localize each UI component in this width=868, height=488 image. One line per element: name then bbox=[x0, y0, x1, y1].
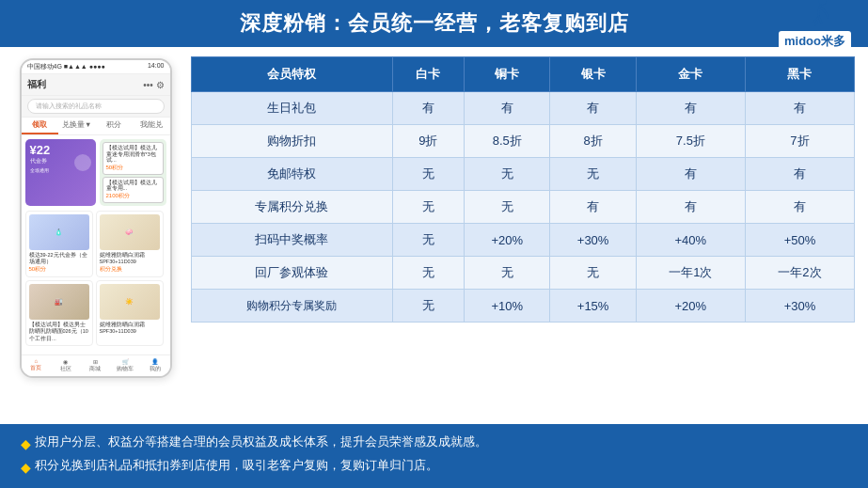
table-cell-value: 无 bbox=[392, 257, 464, 290]
col-header-gold: 金卡 bbox=[636, 57, 745, 92]
product-name-4: 妮维雅防晒白润霜SPF30+11D039 bbox=[100, 322, 160, 335]
table-cell-value: 无 bbox=[465, 158, 550, 191]
table-header-row: 会员特权 白卡 铜卡 银卡 金卡 黑卡 bbox=[192, 57, 855, 92]
table-cell-value: +15% bbox=[550, 290, 636, 323]
phone-bottom-cart[interactable]: 🛒购物车 bbox=[110, 355, 140, 376]
product-item-1[interactable]: 🧴 模达39-22元代金券（全场通用） 50积分 bbox=[25, 211, 93, 277]
footer-text-1: 按用户分层、权益分等搭建合理的会员权益及成长体系，提升会员荣誉感及成就感。 bbox=[35, 433, 487, 452]
product-item-3[interactable]: 🏭 【模达试用】模达男士防晒乳防晒面026元（10个工作日… bbox=[25, 280, 93, 345]
coupon-item-2[interactable]: 【模达试用】模达儿童专用... 2100积分 bbox=[103, 177, 164, 203]
product-img-3: 🏭 bbox=[29, 284, 89, 320]
header-title: 深度粉销：会员统一经营，老客复购到店 bbox=[240, 11, 629, 35]
table-row: 生日礼包有有有有有 bbox=[192, 92, 855, 125]
col-header-white: 白卡 bbox=[392, 57, 464, 92]
table-cell-value: 8.5折 bbox=[465, 125, 550, 158]
table-cell-feature: 专属积分兑换 bbox=[192, 191, 393, 224]
table-cell-value: +20% bbox=[636, 290, 745, 323]
phone-tab-claim[interactable]: 领取 bbox=[22, 118, 59, 134]
table-row: 购物积分专属奖励无+10%+15%+20%+30% bbox=[192, 290, 855, 323]
product-name-2: 妮维雅防晒白润霜SPF30+11D039 bbox=[100, 252, 160, 265]
footer-bullet-1: ◆ bbox=[21, 433, 31, 456]
table-row: 购物折扣9折8.5折8折7.5折7折 bbox=[192, 125, 855, 158]
table-cell-value: +10% bbox=[465, 290, 550, 323]
phone-bottom-nav: ⌂首页 ◉社区 ⊞商城 🛒购物车 👤我的 bbox=[22, 354, 170, 376]
table-cell-value: 无 bbox=[550, 158, 636, 191]
table-cell-value: 无 bbox=[550, 257, 636, 290]
table-cell-value: 8折 bbox=[550, 125, 636, 158]
table-cell-value: 有 bbox=[636, 191, 745, 224]
product-item-2[interactable]: 🧼 妮维雅防晒白润霜SPF30+11D039 积分兑换 bbox=[96, 211, 164, 277]
phone-tabs: 领取 兑换量▼ 积分 我能兑 bbox=[22, 118, 170, 135]
table-cell-value: 无 bbox=[392, 224, 464, 257]
svg-point-0 bbox=[818, 0, 826, 5]
phone-tab-points[interactable]: 积分 bbox=[96, 118, 134, 134]
product-img-4: ☀️ bbox=[100, 284, 160, 320]
header: 深度粉销：会员统一经营，老客复购到店 midoo米多 bbox=[0, 0, 868, 47]
table-cell-value: 有 bbox=[636, 158, 745, 191]
product-points-1: 50积分 bbox=[29, 265, 89, 274]
col-header-feature: 会员特权 bbox=[192, 57, 393, 92]
table-cell-value: 无 bbox=[465, 257, 550, 290]
phone-nav-title: 福利 bbox=[27, 78, 46, 91]
table-cell-value: 有 bbox=[550, 92, 636, 125]
table-cell-value: 无 bbox=[392, 158, 464, 191]
phone-status-bar: 中国移动4G ■▲▲▲ ●●●● 14:00 bbox=[22, 60, 170, 74]
table-cell-feature: 购物折扣 bbox=[192, 125, 393, 158]
phone-nav-bar: 福利 ••• ⚙ bbox=[22, 74, 170, 96]
product-item-4[interactable]: ☀️ 妮维雅防晒白润霜SPF30+11D039 bbox=[96, 280, 164, 345]
table-cell-value: 无 bbox=[392, 191, 464, 224]
table-cell-value: 有 bbox=[550, 191, 636, 224]
main-content: 中国移动4G ■▲▲▲ ●●●● 14:00 福利 ••• ⚙ 请输入搜索的礼品… bbox=[0, 47, 868, 414]
footer-bullet-2: ◆ bbox=[21, 457, 31, 480]
table-row: 免邮特权无无无有有 bbox=[192, 158, 855, 191]
table-body: 生日礼包有有有有有购物折扣9折8.5折8折7.5折7折免邮特权无无无有有专属积分… bbox=[192, 92, 855, 323]
table-cell-value: +30% bbox=[745, 290, 854, 323]
phone-bottom-me[interactable]: 👤我的 bbox=[140, 355, 170, 376]
footer-item-1: ◆ 按用户分层、权益分等搭建合理的会员权益及成长体系，提升会员荣誉感及成就感。 bbox=[21, 433, 851, 456]
phone-bottom-shop[interactable]: ⊞商城 bbox=[81, 355, 111, 376]
phone-nav-icons: ••• ⚙ bbox=[143, 80, 164, 90]
table-cell-value: 有 bbox=[745, 191, 854, 224]
table-cell-value: 一年1次 bbox=[636, 257, 745, 290]
table-cell-feature: 扫码中奖概率 bbox=[192, 224, 393, 257]
coupon-item-1-points: 50积分 bbox=[106, 164, 160, 172]
phone-product-area-2: 🏭 【模达试用】模达男士防晒乳防晒面026元（10个工作日… ☀️ 妮维雅防晒白… bbox=[22, 280, 170, 348]
footer-item-2: ◆ 积分兑换到店礼品和抵扣券到店使用，吸引老客户复购，复购订单归门店。 bbox=[21, 456, 851, 480]
table-cell-value: 7.5折 bbox=[636, 125, 745, 158]
membership-table: 会员特权 白卡 铜卡 银卡 金卡 黑卡 生日礼包有有有有有购物折扣9折8.5折8… bbox=[191, 56, 855, 323]
table-cell-value: 9折 bbox=[392, 125, 464, 158]
table-cell-value: 7折 bbox=[745, 125, 854, 158]
coupon-item-1[interactable]: 【模达试用】模达儿童迷专用润滑市*3包试… 50积分 bbox=[103, 142, 164, 175]
phone-coupon-area: ¥22 代金券 全场通用 【模达试用】模达儿童迷专用润滑市*3包试… 50积分 … bbox=[22, 135, 170, 208]
table-cell-value: 有 bbox=[392, 92, 464, 125]
table-row: 回厂参观体验无无无一年1次一年2次 bbox=[192, 257, 855, 290]
table-cell-value: 无 bbox=[465, 191, 550, 224]
phone-time: 14:00 bbox=[148, 62, 165, 71]
coupon-item-2-points: 2100积分 bbox=[106, 192, 160, 200]
logo-text: midoo米多 bbox=[779, 31, 851, 52]
phone-mockup: 中国移动4G ■▲▲▲ ●●●● 14:00 福利 ••• ⚙ 请输入搜索的礼品… bbox=[20, 58, 172, 378]
footer-text-2: 积分兑换到店礼品和抵扣券到店使用，吸引老客户复购，复购订单归门店。 bbox=[35, 456, 438, 476]
table-cell-value: +40% bbox=[636, 224, 745, 257]
product-points-2: 积分兑换 bbox=[100, 265, 160, 274]
coupon-decoration bbox=[74, 154, 91, 171]
coupon-small-area: 【模达试用】模达儿童迷专用润滑市*3包试… 50积分 【模达试用】模达儿童专用.… bbox=[100, 139, 166, 206]
coupon-card-purple[interactable]: ¥22 代金券 全场通用 bbox=[25, 139, 96, 206]
table-cell-value: 无 bbox=[392, 290, 464, 323]
phone-tab-redeemable[interactable]: 我能兑 bbox=[133, 118, 170, 134]
col-header-silver: 银卡 bbox=[550, 57, 636, 92]
midoo-logo-icon bbox=[797, 0, 833, 31]
phone-bottom-community[interactable]: ◉社区 bbox=[51, 355, 81, 376]
table-cell-feature: 购物积分专属奖励 bbox=[192, 290, 393, 323]
table-row: 扫码中奖概率无+20%+30%+40%+50% bbox=[192, 224, 855, 257]
table-cell-value: 有 bbox=[745, 158, 854, 191]
table-cell-feature: 生日礼包 bbox=[192, 92, 393, 125]
table-row: 专属积分兑换无无有有有 bbox=[192, 191, 855, 224]
logo-area: midoo米多 bbox=[779, 0, 851, 52]
phone-tab-exchange[interactable]: 兑换量▼ bbox=[58, 118, 96, 134]
phone-search-box[interactable]: 请输入搜索的礼品名称 bbox=[27, 99, 165, 114]
phone-bottom-home[interactable]: ⌂首页 bbox=[22, 355, 52, 376]
product-name-3: 【模达试用】模达男士防晒乳防晒面026元（10个工作日… bbox=[29, 322, 89, 341]
coupon-item-2-name: 【模达试用】模达儿童专用... bbox=[106, 180, 160, 192]
phone-area: 中国移动4G ■▲▲▲ ●●●● 14:00 福利 ••• ⚙ 请输入搜索的礼品… bbox=[13, 55, 178, 414]
